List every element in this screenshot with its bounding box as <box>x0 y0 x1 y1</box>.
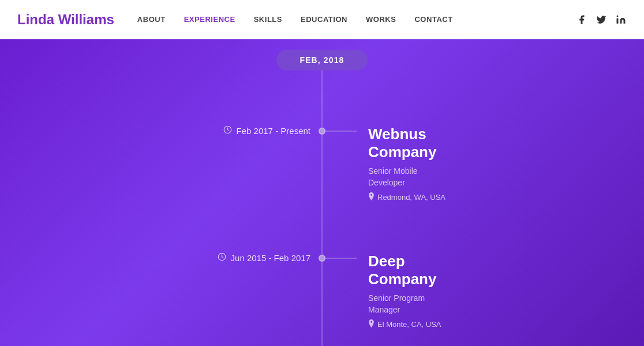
twitter-icon[interactable] <box>596 14 607 25</box>
main-content: FEB, 2018 Feb 2017 - Present Webnus Comp… <box>0 39 644 346</box>
job-title-1: Senior Mobile Developer <box>368 166 644 188</box>
nav-education[interactable]: EDUCATION <box>301 15 347 24</box>
clock-icon-2 <box>218 252 226 263</box>
entry-left-1: Feb 2017 - Present <box>0 125 322 136</box>
nav-skills[interactable]: SKILLS <box>254 15 282 24</box>
entry-left-2: Jun 2015 - Feb 2017 <box>0 252 322 263</box>
job-title-2: Senior Program Manager <box>368 293 644 315</box>
timeline-dot-1 <box>319 128 325 135</box>
timeline-dot-2 <box>319 255 325 262</box>
job-location-2: El Monte, CA, USA <box>368 319 644 329</box>
job-location-1: Redmond, WA, USA <box>368 192 644 202</box>
nav-links: ABOUT EXPERIENCE SKILLS EDUCATION WORKS … <box>137 15 576 24</box>
company-name-2: Deep Company <box>368 252 644 288</box>
linkedin-icon[interactable] <box>615 14 627 25</box>
pin-icon-2 <box>368 319 375 329</box>
timeline-entry-1: Feb 2017 - Present Webnus Company Senior… <box>0 125 644 202</box>
nav-works[interactable]: WORKS <box>366 15 396 24</box>
site-logo[interactable]: Linda Williams <box>17 12 114 28</box>
nav-contact[interactable]: CONTACT <box>414 15 452 24</box>
nav-about[interactable]: ABOUT <box>137 15 166 24</box>
facebook-icon[interactable] <box>576 14 587 25</box>
svg-point-0 <box>617 15 619 17</box>
date-pill: FEB, 2018 <box>276 50 367 70</box>
entry-date-2: Jun 2015 - Feb 2017 <box>231 253 310 263</box>
timeline-container: Feb 2017 - Present Webnus Company Senior… <box>0 70 644 346</box>
entry-right-2: Deep Company Senior Program Manager El M… <box>322 252 644 329</box>
entry-date-1: Feb 2017 - Present <box>237 126 310 136</box>
social-links <box>576 14 627 25</box>
entry-right-1: Webnus Company Senior Mobile Developer R… <box>322 125 644 202</box>
pin-icon-1 <box>368 192 375 202</box>
clock-icon-1 <box>223 125 232 136</box>
timeline-entry-2: Jun 2015 - Feb 2017 Deep Company Senior … <box>0 252 644 329</box>
timeline-connector-2 <box>322 258 357 259</box>
timeline-connector-1 <box>322 131 357 132</box>
navbar: Linda Williams ABOUT EXPERIENCE SKILLS E… <box>0 0 644 39</box>
company-name-1: Webnus Company <box>368 125 644 161</box>
nav-experience[interactable]: EXPERIENCE <box>184 15 235 24</box>
